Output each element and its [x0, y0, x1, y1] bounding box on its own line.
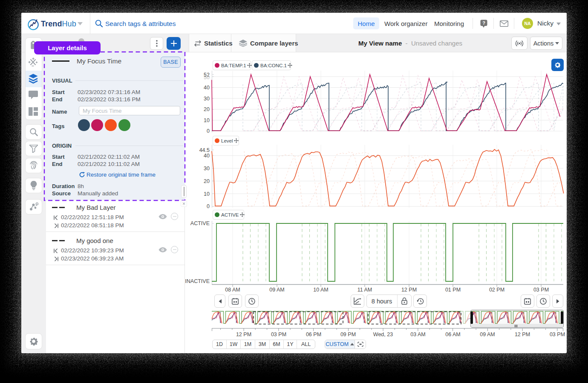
svg-text:09 AM: 09 AM: [480, 332, 495, 337]
svg-text:01 PM: 01 PM: [445, 287, 461, 293]
svg-text:06 AM: 06 AM: [445, 332, 460, 337]
svg-text:06 PM: 06 PM: [306, 332, 321, 337]
svg-text:09 PM: 09 PM: [340, 332, 356, 337]
svg-text:09 AM: 09 AM: [269, 287, 284, 293]
svg-text:02 PM: 02 PM: [489, 287, 504, 293]
svg-text:12 PM: 12 PM: [515, 332, 530, 337]
svg-text:12 PM: 12 PM: [236, 332, 251, 337]
svg-text:11 AM: 11 AM: [357, 287, 372, 293]
svg-text:03 PM: 03 PM: [550, 332, 565, 337]
svg-text:Wed, 23: Wed, 23: [373, 332, 393, 337]
svg-text:?: ?: [482, 20, 485, 26]
svg-text:08 AM: 08 AM: [225, 287, 240, 293]
svg-text:03 AM: 03 AM: [410, 332, 425, 337]
svg-text:03 PM: 03 PM: [271, 332, 286, 337]
svg-text:10 AM: 10 AM: [313, 287, 328, 293]
svg-text:03 PM: 03 PM: [533, 287, 549, 293]
svg-text:12 PM: 12 PM: [401, 287, 417, 293]
